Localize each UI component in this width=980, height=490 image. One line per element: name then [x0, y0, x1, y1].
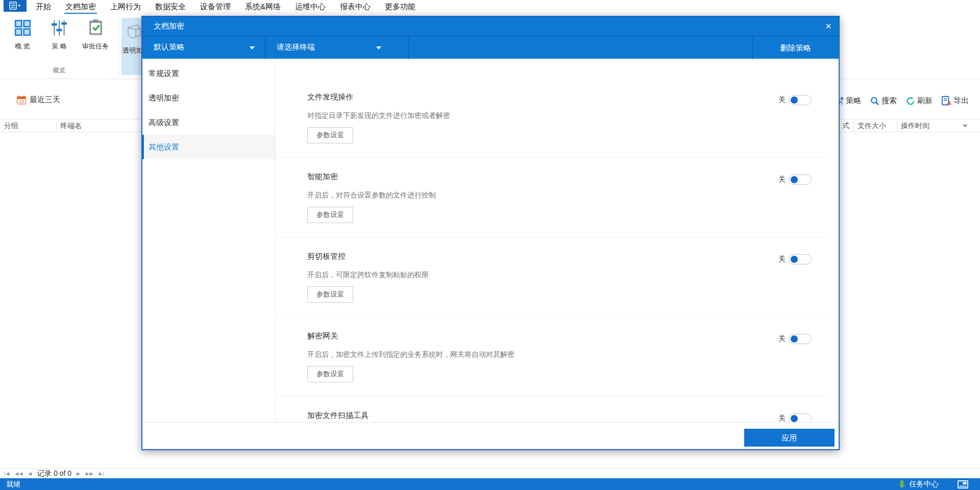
clipboard-control-toggle[interactable]: [789, 254, 812, 264]
nav-item-transparent-encryption[interactable]: 透明加密: [142, 86, 275, 110]
app-menu-button[interactable]: [4, 0, 27, 12]
menu-tab-ops-center[interactable]: 运维中心: [295, 0, 326, 14]
clipboard-check-icon: [88, 19, 104, 36]
toggle-knob: [791, 256, 798, 263]
apply-button[interactable]: 应用: [744, 429, 835, 447]
status-bar: 就绪 任务中心: [0, 478, 980, 490]
menu-tab-system-network[interactable]: 系统&网络: [245, 0, 281, 14]
section-title: 解密网关: [307, 331, 839, 341]
menu-tab-start[interactable]: 开始: [36, 0, 51, 14]
param-settings-button[interactable]: 参数设置: [307, 127, 353, 143]
ribbon-separator: [118, 18, 119, 75]
menu-bar: 开始 文档加密 上网行为 数据安全 设备管理 系统&网络 运维中心 报表中心 更…: [0, 0, 980, 14]
column-partial: 式: [842, 121, 849, 131]
file-discovery-toggle[interactable]: [789, 95, 812, 105]
date-filter-label: 最近三天: [30, 95, 60, 105]
last-page-icon[interactable]: ▶|: [99, 471, 105, 476]
pagination-bar: |◀ ◀◀ ◀ 记录 0 of 0 ▶ ▶▶ ▶|: [0, 468, 980, 478]
chevron-down-icon: [250, 46, 255, 50]
grid-icon: [14, 19, 31, 36]
date-filter[interactable]: 23 最近三天: [17, 95, 60, 105]
menu-tab-report-center[interactable]: 报表中心: [340, 0, 371, 14]
column-terminal-name: 终端名: [60, 121, 82, 131]
first-page-icon[interactable]: |◀: [4, 471, 10, 476]
dialog-nav: 常规设置 透明加密 高级设置 其他设置: [142, 59, 276, 422]
doc-encryption-dialog: 文档加密 × 默认策略 请选择终端 删除策略 常规设置 透明加密 高级设置 其他…: [141, 16, 840, 450]
dialog-settings-list: 文件发现操作 对指定目录下新发现的文件进行加密或者解密 参数设置 关 智能加密 …: [276, 59, 839, 422]
section-clipboard-control: 剪切板管控 开启后，可限定跨软件复制粘贴的权限 参数设置 关: [276, 251, 839, 327]
policy-select-dropdown[interactable]: 默认策略: [142, 36, 265, 59]
ribbon-approval-tasks-button[interactable]: 审批任务: [79, 18, 112, 51]
svg-text:23: 23: [19, 99, 24, 104]
section-description: 开启后，对符合设置参数的文件进行控制: [307, 190, 839, 200]
export-action[interactable]: A 导出: [942, 96, 969, 106]
workspace-actions: 策略 搜索 刷新 A 导出: [835, 96, 969, 106]
toggle-state-label: 关: [778, 334, 786, 344]
param-settings-button[interactable]: 参数设置: [307, 207, 353, 223]
toggle-knob: [791, 335, 798, 342]
dialog-toolbar: 默认策略 请选择终端 删除策略: [142, 36, 839, 59]
column-separator: [853, 121, 854, 131]
monitor-icon[interactable]: [958, 480, 968, 488]
menu-tab-more[interactable]: 更多功能: [385, 0, 415, 14]
dialog-titlebar: 文档加密 ×: [142, 17, 839, 36]
task-center-button[interactable]: 任务中心: [898, 478, 939, 490]
forward-page-icon[interactable]: ▶▶: [86, 471, 94, 476]
rewind-page-icon[interactable]: ◀◀: [15, 471, 23, 476]
menu-tab-device-mgmt[interactable]: 设备管理: [200, 0, 231, 14]
section-description: 开启后，加密文件上传到指定的业务系统时，网关将自动对其解密: [307, 350, 839, 359]
param-settings-button[interactable]: 参数设置: [307, 286, 353, 303]
close-icon[interactable]: ×: [825, 19, 831, 33]
section-title: 智能加密: [307, 172, 839, 182]
toggle-knob: [791, 176, 798, 183]
toggle-knob: [791, 96, 798, 104]
next-page-icon[interactable]: ▶: [77, 471, 81, 476]
app-menu-icon: [9, 2, 21, 10]
sliders-icon: [51, 19, 67, 36]
nav-item-advanced-settings[interactable]: 高级设置: [142, 110, 275, 135]
nav-item-other-settings[interactable]: 其他设置: [142, 135, 275, 159]
column-operation-time: 操作时间: [901, 121, 929, 131]
section-title: 文件发现操作: [307, 92, 839, 102]
ribbon-overview-button[interactable]: 概 览: [8, 18, 37, 51]
decryption-gateway-toggle[interactable]: [789, 334, 812, 344]
menu-tab-data-security[interactable]: 数据安全: [155, 0, 186, 14]
section-smart-encryption: 智能加密 开启后，对符合设置参数的文件进行控制 参数设置 关: [276, 172, 839, 247]
chevron-down-icon: [376, 46, 381, 50]
ribbon-policy-button[interactable]: 策 略: [45, 18, 74, 51]
menu-tab-web-behavior[interactable]: 上网行为: [110, 0, 141, 14]
download-arrow-icon: [898, 480, 905, 488]
toggle-knob: [791, 415, 798, 422]
calendar-icon: 23: [17, 95, 26, 105]
cube-icon: [124, 23, 143, 40]
section-description: 开启后，可限定跨软件复制粘贴的权限: [307, 270, 839, 279]
param-settings-button[interactable]: 参数设置: [307, 366, 353, 382]
section-title: 加密文件扫描工具: [307, 410, 839, 421]
svg-text:A: A: [947, 100, 951, 106]
section-file-discovery: 文件发现操作 对指定目录下新发现的文件进行加密或者解密 参数设置 关: [276, 92, 839, 167]
toggle-state-label: 关: [778, 414, 786, 422]
refresh-action[interactable]: 刷新: [906, 96, 933, 106]
export-icon: A: [942, 96, 951, 106]
status-text: 就绪: [6, 480, 20, 489]
section-description: 对指定目录下新发现的文件进行加密或者解密: [307, 111, 839, 120]
smart-encryption-toggle[interactable]: [789, 175, 812, 185]
menu-tab-doc-encryption[interactable]: 文档加密: [65, 0, 96, 14]
search-action[interactable]: 搜索: [870, 96, 897, 106]
dialog-body: 常规设置 透明加密 高级设置 其他设置 文件发现操作 对指定目录下新发现的文件进…: [142, 59, 839, 422]
file-scanner-toggle[interactable]: [789, 413, 812, 422]
column-group: 分组: [4, 121, 18, 131]
nav-item-general-settings[interactable]: 常规设置: [142, 61, 275, 86]
dialog-title: 文档加密: [154, 21, 184, 31]
toggle-state-label: 关: [778, 255, 786, 264]
column-separator: [56, 121, 57, 131]
toolbar-divider: [408, 36, 409, 59]
refresh-icon: [906, 96, 915, 106]
section-encrypted-file-scanner: 加密文件扫描工具 开启后，终端可以使用扫描工具扫描本地磁盘上的加密文件及解密文件…: [276, 410, 839, 422]
prev-page-icon[interactable]: ◀: [28, 471, 32, 476]
column-filter-arrow-icon[interactable]: [963, 125, 968, 128]
dialog-footer: 应用: [142, 422, 839, 449]
delete-policy-button[interactable]: 删除策略: [752, 36, 839, 59]
terminal-select-dropdown[interactable]: 请选择终端: [265, 36, 408, 59]
column-file-size: 文件大小: [857, 121, 886, 131]
